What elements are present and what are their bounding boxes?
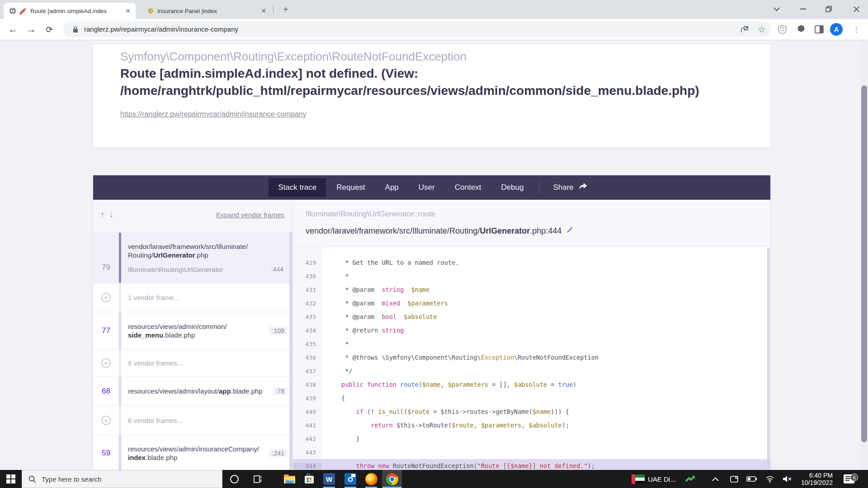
red-pencil-icon [19, 7, 27, 15]
tab-search-chevron-icon[interactable] [766, 0, 787, 18]
microsoft-store-button[interactable] [299, 470, 319, 488]
firefox-button[interactable] [361, 470, 381, 488]
battery-icon[interactable] [744, 470, 759, 488]
tab-close-icon[interactable]: ✕ [259, 7, 268, 15]
cortana-button[interactable] [225, 470, 243, 488]
trace-tab-user[interactable]: User [409, 178, 444, 197]
notification-center-button[interactable]: 6 [839, 470, 859, 488]
vendor-frames-expander[interactable]: +8 vendor frames... [93, 350, 292, 377]
bookmark-star-icon[interactable]: ☆ [757, 25, 767, 34]
frame-down-arrow[interactable]: ↓ [109, 210, 114, 220]
code-line-444: 444 throw new RouteNotFoundException("Ro… [293, 459, 770, 470]
firefox-icon [365, 473, 377, 485]
wifi-icon[interactable] [763, 470, 777, 488]
search-placeholder: Type here to search [42, 475, 102, 483]
windows-taskbar: Type here to search W O UAE Di.. [0, 470, 868, 488]
code-line-440: 440 if (! is_null($route = $this->routes… [293, 405, 770, 418]
forward-button[interactable]: → [24, 22, 39, 37]
padlock-icon[interactable] [71, 25, 80, 34]
window-minimize-button[interactable] [793, 0, 813, 18]
page-content: Symfony\Component\Routing\Exception\Rout… [0, 40, 868, 470]
code-line-432: 432 * @param mixed $parameters [293, 296, 770, 310]
trace-tab-context[interactable]: Context [445, 178, 491, 197]
vendor-frames-expander[interactable]: +1 vendor frame... [93, 283, 292, 312]
word-icon: W [323, 473, 335, 485]
browser-tabstrip: Route [admin.simpleAd.index ✕ Insurance … [0, 0, 868, 19]
frame-file-path-text: vendor/laravel/framework/src/Illuminate/… [306, 226, 561, 236]
browser-menu-kebab-icon[interactable]: ⋮ [852, 23, 861, 36]
back-button[interactable]: ← [5, 22, 21, 37]
code-line-436: 436 * @throws \Symfony\Component\Routing… [293, 351, 770, 364]
insurance-panel-favicon [146, 7, 154, 14]
uae-flag-icon[interactable] [630, 470, 646, 488]
stack-frame-77[interactable]: 77resources/views/admin/common/side_menu… [93, 312, 292, 350]
globe-icon [9, 7, 16, 14]
edit-pencil-icon[interactable] [566, 226, 574, 236]
outlook-button[interactable]: O [340, 470, 360, 488]
shield-extension-icon[interactable] [776, 23, 788, 35]
page-scrollbar-track[interactable] [860, 40, 868, 470]
extensions-puzzle-icon[interactable] [795, 23, 807, 35]
request-url-link[interactable]: https://ranglerz.pw/repairmycar/admin/in… [120, 110, 307, 118]
code-lines: 429 * Get the URL to a named route.430 *… [293, 256, 770, 470]
tray-chevron-up-icon[interactable] [708, 470, 722, 488]
exception-class: Symfony\Component\Routing\Exception\Rout… [120, 50, 467, 64]
new-tab-button[interactable]: + [279, 3, 292, 16]
start-button[interactable] [0, 470, 22, 488]
trace-tab-app[interactable]: App [376, 178, 408, 197]
frame-path: resources/views/admin/layout/app.blade.p… [128, 387, 286, 395]
trace-tab-stack-trace[interactable]: Stack trace [269, 178, 326, 197]
frame-path: vendor/laravel/framework/src/Illuminate/… [128, 242, 286, 259]
code-line-429: 429 * Get the URL to a named route. [293, 256, 770, 269]
chrome-icon [386, 473, 398, 485]
trend-arrow-icon[interactable] [683, 470, 698, 488]
tab-close-icon[interactable]: ✕ [124, 7, 132, 15]
share-icon[interactable] [740, 25, 750, 34]
tray-language-label[interactable]: UAE Di... [648, 470, 680, 488]
file-explorer-button[interactable] [279, 470, 299, 488]
refresh-button[interactable]: ⟳ [42, 22, 57, 37]
stack-trace-card: Stack traceRequestAppUserContextDebug Sh… [93, 175, 770, 470]
window-close-button[interactable] [844, 0, 868, 18]
side-panel-icon[interactable] [813, 23, 825, 35]
sidebar-header: ↑ ↓ Expand vendor frames [93, 200, 292, 233]
window-restore-button[interactable] [818, 0, 839, 18]
stack-frames: 79vendor/laravel/framework/src/Illuminat… [93, 233, 292, 470]
trace-tab-debug[interactable]: Debug [491, 178, 533, 197]
stack-frame-59[interactable]: 59resources/views/admin/insuranceCompany… [93, 436, 292, 470]
vendor-frames-expander[interactable]: +8 vendor frames... [93, 406, 292, 436]
trace-nav-tabs: Stack traceRequestAppUserContextDebug Sh… [93, 175, 770, 200]
screen: Route [admin.simpleAd.index ✕ Insurance … [0, 0, 868, 488]
chrome-button[interactable] [382, 470, 402, 488]
trace-tab-request[interactable]: Request [327, 178, 374, 197]
tray-clock[interactable]: 6:40 PM 10/19/2022 [797, 470, 833, 488]
browser-tab-error-page[interactable]: Route [admin.simpleAd.index ✕ [4, 3, 136, 19]
frame-line-badge: :78 [273, 387, 287, 395]
sidebar-scrollbar[interactable] [289, 232, 292, 470]
taskbar-search-box[interactable]: Type here to search [22, 470, 222, 488]
stack-frame-68[interactable]: 68resources/views/admin/layout/app.blade… [93, 377, 292, 406]
vendor-frames-label: 1 vendor frame... [128, 294, 286, 301]
exception-message: Route [admin.simpleAd.index] not defined… [120, 65, 699, 99]
frame-method: Illuminate\Routing\UrlGenerator::route [306, 210, 435, 219]
expand-vendor-frames-link[interactable]: Expand vendor frames [216, 211, 284, 219]
code-line-431: 431 * @param string $name [293, 283, 770, 296]
browser-tab-insurance-panel[interactable]: Insurance Panel |index ✕ [141, 3, 271, 19]
code-scrollbar[interactable] [767, 248, 770, 468]
page-scrollbar-thumb[interactable] [861, 85, 867, 442]
microsoft-store-icon [304, 474, 315, 484]
task-view-button[interactable] [249, 470, 267, 488]
notification-icon: 6 [843, 474, 855, 484]
word-button[interactable]: W [319, 470, 339, 488]
code-line-433: 433 * @param bool $absolute [293, 310, 770, 324]
share-button[interactable]: Share [545, 178, 595, 197]
frame-up-arrow[interactable]: ↑ [100, 210, 105, 220]
stack-frame-79[interactable]: 79vendor/laravel/framework/src/Illuminat… [93, 233, 292, 283]
code-line-430: 430 * [293, 269, 770, 283]
address-bar[interactable]: ranglerz.pw/repairmycar/admin/insurance-… [63, 22, 771, 37]
code-line-434: 434 * @return string [293, 324, 770, 337]
volume-muted-icon[interactable] [779, 470, 795, 488]
profile-avatar[interactable]: A [830, 23, 843, 36]
cast-screen-icon[interactable] [727, 470, 741, 488]
code-line-438: 438public function route($name, $paramet… [293, 378, 770, 391]
